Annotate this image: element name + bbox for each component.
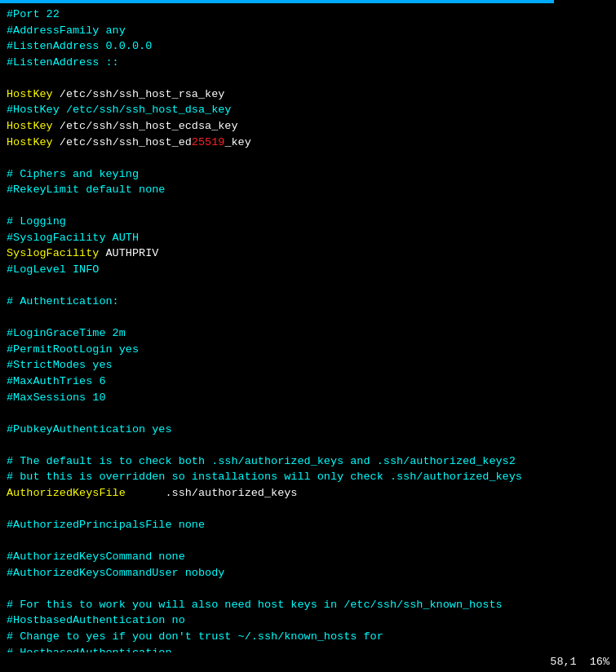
code-line: #ListenAddress :: xyxy=(7,55,609,71)
code-line: # Change to yes if you don't trust ~/.ss… xyxy=(7,629,609,645)
code-line: #AddressFamily any xyxy=(7,23,609,39)
code-line: AuthorizedKeysFile .ssh/authorized_keys xyxy=(7,485,609,502)
code-line xyxy=(7,278,609,294)
code-line xyxy=(7,533,609,550)
code-line: #MaxSessions 10 xyxy=(7,390,609,406)
code-line xyxy=(7,501,609,517)
code-line: #AuthorizedKeysCommandUser nobody xyxy=(7,565,609,581)
code-line: HostKey /etc/ssh/ssh_host_rsa_key xyxy=(7,86,609,103)
code-line xyxy=(7,405,609,422)
code-line: # Ciphers and keying xyxy=(7,166,609,183)
code-line: #AuthorizedPrincipalsFile none xyxy=(7,517,609,533)
code-line: # The default is to check both .ssh/auth… xyxy=(7,453,609,470)
code-line: #ListenAddress 0.0.0.0 xyxy=(7,38,609,55)
code-line: #HostKey /etc/ssh/ssh_host_dsa_key xyxy=(7,102,609,118)
code-line xyxy=(7,310,609,326)
status-bar: 58,1 16% xyxy=(0,652,616,672)
code-line: #AuthorizedKeysCommand none xyxy=(7,549,609,565)
code-line xyxy=(7,70,609,86)
code-line xyxy=(7,150,609,166)
code-line: # Authentication: xyxy=(7,294,609,310)
code-line: #Port 22 xyxy=(7,7,609,23)
code-line: #HostbasedAuthentication no xyxy=(7,612,609,629)
code-line: #StrictModes yes xyxy=(7,357,609,374)
code-line: #PermitRootLogin yes xyxy=(7,342,609,358)
code-line: #PubkeyAuthentication yes xyxy=(7,422,609,438)
code-line: #RekeyLimit default none xyxy=(7,182,609,198)
code-line: #LogLevel INFO xyxy=(7,262,609,278)
code-line xyxy=(7,581,609,597)
code-line: HostKey /etc/ssh/ssh_host_ecdsa_key xyxy=(7,118,609,135)
code-line: # Logging xyxy=(7,214,609,230)
code-line: #SyslogFacility AUTH xyxy=(7,230,609,246)
code-line: #LoginGraceTime 2m xyxy=(7,325,609,342)
code-line: SyslogFacility AUTHPRIV xyxy=(7,245,609,262)
code-line: # For this to work you will also need ho… xyxy=(7,597,609,613)
scroll-percentage: 16% xyxy=(590,654,609,670)
code-editor: #Port 22#AddressFamily any#ListenAddress… xyxy=(0,3,616,656)
code-line: # but this is overridden so installation… xyxy=(7,469,609,485)
code-line: #MaxAuthTries 6 xyxy=(7,374,609,390)
code-line xyxy=(7,198,609,214)
code-line: HostKey /etc/ssh/ssh_host_ed25519_key xyxy=(7,135,609,151)
cursor-position: 58,1 xyxy=(550,654,576,670)
code-line xyxy=(7,437,609,453)
